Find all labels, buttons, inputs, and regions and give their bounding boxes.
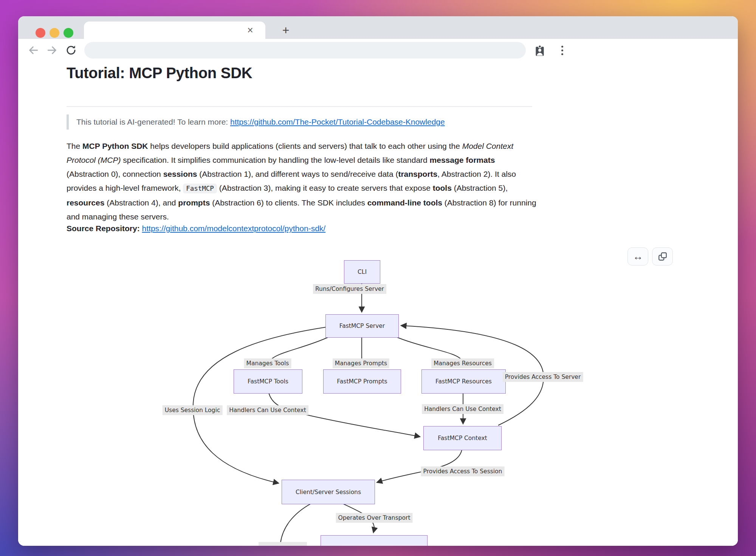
text-segment: (Abstraction 0), connection bbox=[67, 170, 163, 178]
intro-paragraph: The MCP Python SDK helps developers buil… bbox=[67, 139, 538, 224]
edge-label-operates-over-transport: Operates Over Transport bbox=[336, 513, 412, 523]
address-bar[interactable] bbox=[84, 42, 526, 59]
edge-label-uses-session-logic: Uses Session Logic bbox=[163, 405, 223, 415]
close-window-button[interactable] bbox=[36, 28, 45, 38]
diagram-node-cli: CLI bbox=[344, 260, 380, 284]
diagram-edges bbox=[18, 62, 738, 546]
text-segment: (Abstraction 1), and different ways to s… bbox=[197, 170, 398, 178]
traffic-lights bbox=[36, 28, 73, 38]
tab-strip: × + bbox=[18, 16, 738, 39]
tab-close-icon[interactable]: × bbox=[243, 23, 257, 37]
edge-label-manages-tools: Manages Tools bbox=[244, 358, 291, 368]
diagram-node-fastmcp-prompts: FastMCP Prompts bbox=[323, 369, 401, 394]
browser-tab[interactable]: × bbox=[84, 22, 265, 39]
diagram-expand-button[interactable]: ↔ bbox=[627, 247, 648, 266]
note-text: This tutorial is AI-generated! To learn … bbox=[76, 117, 230, 126]
source-repository-label: Source Repository: bbox=[67, 224, 142, 233]
menu-icon[interactable] bbox=[555, 43, 569, 57]
edge-label-handlers-can-use-context-right: Handlers Can Use Context bbox=[422, 404, 503, 414]
forward-button[interactable] bbox=[44, 42, 60, 59]
new-tab-button[interactable]: + bbox=[278, 23, 293, 38]
edge-label-manages-prompts: Manages Prompts bbox=[333, 358, 389, 368]
diagram-node-fastmcp-resources: FastMCP Resources bbox=[421, 369, 506, 394]
forward-arrow-icon bbox=[46, 44, 58, 56]
maximize-window-button[interactable] bbox=[64, 28, 73, 38]
text-segment: sessions bbox=[163, 170, 197, 178]
source-repository-link[interactable]: https://github.com/modelcontextprotocol/… bbox=[142, 224, 326, 233]
text-segment: resources bbox=[67, 198, 104, 207]
back-arrow-icon bbox=[27, 44, 39, 56]
fastmcp-code-span: FastMCP bbox=[183, 184, 217, 193]
diagram-node-client-server-sessions: Client/Server Sessions bbox=[282, 480, 375, 504]
diagram-copy-button[interactable] bbox=[652, 247, 673, 266]
diagram-node-fastmcp-tools: FastMCP Tools bbox=[234, 369, 302, 394]
text-segment: helps developers build applications (cli… bbox=[148, 142, 462, 150]
tutorial-codebase-link[interactable]: https://github.com/The-Pocket/Tutorial-C… bbox=[230, 117, 445, 126]
text-segment: (Abstraction 3), making it easy to creat… bbox=[217, 184, 433, 192]
diagram-node-fastmcp-context: FastMCP Context bbox=[423, 426, 502, 450]
back-button[interactable] bbox=[25, 42, 42, 59]
text-segment: specification. It simplifies communicati… bbox=[121, 156, 430, 164]
diagram-node-fastmcp-server: FastMCP Server bbox=[325, 314, 399, 338]
text-segment: message formats bbox=[430, 156, 495, 164]
edge-label-manages-resources: Manages Resources bbox=[431, 358, 494, 368]
text-segment: MCP Python SDK bbox=[82, 142, 148, 150]
text-segment: transports bbox=[398, 170, 437, 178]
ai-generated-note: This tutorial is AI-generated! To learn … bbox=[67, 114, 547, 130]
page-title: Tutorial: MCP Python SDK bbox=[67, 65, 252, 82]
profile-button[interactable] bbox=[531, 42, 548, 59]
profile-badge-icon bbox=[533, 44, 546, 57]
text-segment: tools bbox=[433, 184, 452, 192]
reload-icon bbox=[65, 44, 77, 56]
edge-label-provides-access-to-session: Provides Access To Session bbox=[421, 466, 505, 476]
text-segment: (Abstraction 4), and bbox=[104, 198, 178, 207]
browser-window: × + bbox=[18, 16, 738, 546]
edge-label-runs-configures-server: Runs/Configures Server bbox=[313, 284, 386, 294]
text-segment: prompts bbox=[178, 198, 210, 207]
page-content: Tutorial: MCP Python SDK This tutorial i… bbox=[18, 62, 738, 546]
edge-label-provides-access-to-server: Provides Access To Server bbox=[503, 372, 583, 382]
text-segment: command-line tools bbox=[367, 198, 442, 207]
text-segment: (Abstraction 5), bbox=[452, 184, 508, 192]
expand-arrows-icon: ↔ bbox=[633, 251, 643, 263]
minimize-window-button[interactable] bbox=[50, 28, 59, 38]
edge-label-partial-bottom bbox=[259, 542, 307, 546]
reload-button[interactable] bbox=[63, 42, 79, 59]
title-divider bbox=[67, 106, 532, 107]
text-segment: The bbox=[67, 142, 82, 150]
copy-icon bbox=[658, 252, 668, 261]
diagram-node-transport-partial bbox=[321, 535, 428, 546]
text-segment: (Abstraction 6) to clients. The SDK incl… bbox=[210, 198, 367, 207]
edge-label-handlers-can-use-context-left: Handlers Can Use Context bbox=[227, 405, 308, 415]
source-repository-line: Source Repository: https://github.com/mo… bbox=[67, 224, 325, 233]
navigation-bar bbox=[18, 39, 738, 62]
